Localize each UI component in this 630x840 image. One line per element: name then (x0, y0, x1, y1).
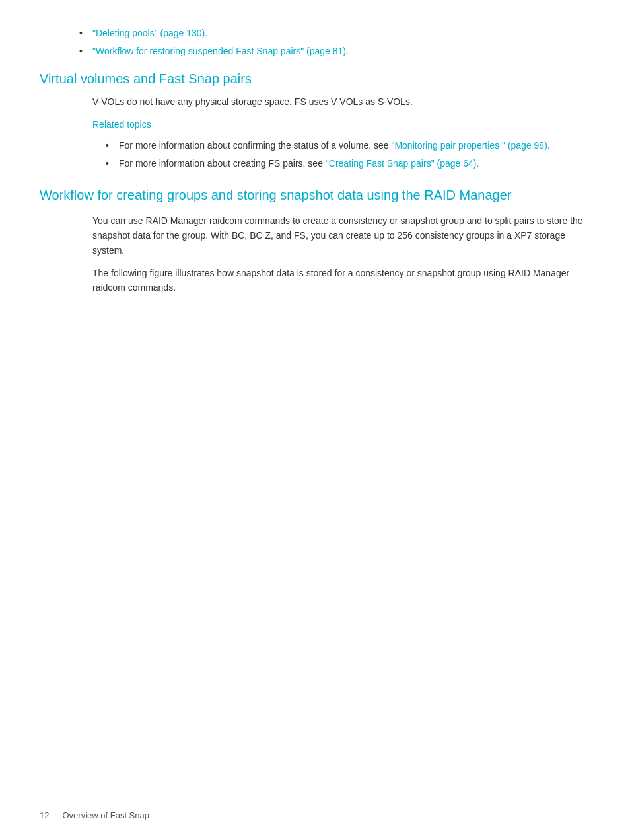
page-footer: 12 Overview of Fast Snap (40, 810, 149, 820)
list-item: For more information about confirming th… (106, 139, 590, 153)
list-item: "Deleting pools" (page 130). (79, 26, 590, 40)
related-item-1-prefix: For more information about confirming th… (119, 140, 391, 151)
deleting-pools-link[interactable]: "Deleting pools" (page 130). (92, 28, 207, 38)
monitoring-pair-properties-text: "Monitoring pair properties " (page 98). (391, 140, 549, 151)
workflow-heading: Workflow for creating groups and storing… (40, 186, 590, 204)
monitoring-pair-properties-link[interactable]: "Monitoring pair properties " (page 98). (391, 140, 549, 151)
related-topics-heading: Related topics (92, 117, 590, 132)
page-number: 12 (40, 810, 49, 820)
related-topics-container: Related topics For more information abou… (92, 117, 590, 170)
virtual-volumes-body: V-VOLs do not have any physical storage … (92, 95, 590, 171)
footer-section-label: Overview of Fast Snap (62, 810, 149, 820)
workflow-restoring-link[interactable]: "Workflow for restoring suspended Fast S… (92, 46, 349, 56)
workflow-body: You can use RAID Manager raidcom command… (92, 213, 590, 295)
list-item: "Workflow for restoring suspended Fast S… (79, 44, 590, 58)
virtual-volumes-heading: Virtual volumes and Fast Snap pairs (40, 71, 590, 87)
workflow-section: Workflow for creating groups and storing… (40, 186, 590, 295)
related-topics-list: For more information about confirming th… (106, 139, 590, 171)
page-container: "Deleting pools" (page 130). "Workflow f… (0, 0, 630, 351)
top-bullet-list: "Deleting pools" (page 130). "Workflow f… (79, 26, 590, 58)
workflow-text-2: The following figure illustrates how sna… (92, 266, 590, 295)
creating-fast-snap-pairs-link[interactable]: "Creating Fast Snap pairs" (page 64). (326, 158, 479, 169)
virtual-volumes-section: Virtual volumes and Fast Snap pairs V-VO… (40, 71, 590, 171)
related-item-2-prefix: For more information about creating FS p… (119, 158, 326, 169)
creating-fast-snap-pairs-text: "Creating Fast Snap pairs" (page 64). (326, 158, 479, 169)
workflow-text-1: You can use RAID Manager raidcom command… (92, 213, 590, 258)
list-item: For more information about creating FS p… (106, 157, 590, 171)
virtual-volumes-text: V-VOLs do not have any physical storage … (92, 95, 590, 109)
